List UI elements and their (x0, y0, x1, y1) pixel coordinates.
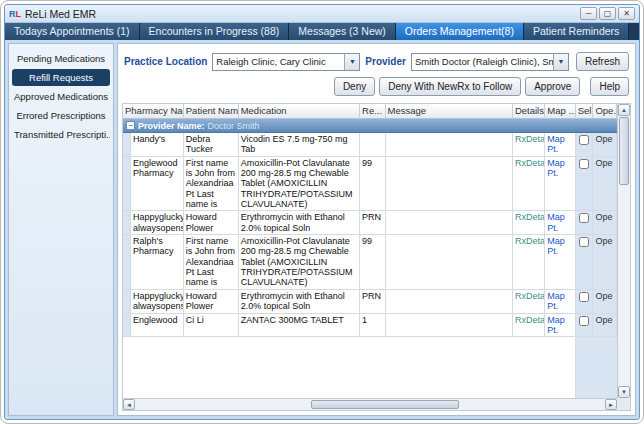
provider-label: Provider (365, 56, 406, 67)
tab-messages[interactable]: Messages (3 New) (289, 23, 396, 40)
main-tab-bar: Todays Appointments (1) Encounters in Pr… (5, 23, 639, 40)
cell-refills (360, 133, 386, 157)
rxdetails-link[interactable]: RxDetails (513, 157, 545, 212)
table-row[interactable]: Handy's Debra Tucker Vicodin ES 7.5 mg-7… (123, 133, 617, 157)
scroll-left-icon[interactable]: ◄ (123, 399, 135, 410)
horizontal-scrollbar[interactable]: ◄ ► (123, 398, 617, 410)
cell-message (386, 290, 513, 314)
select-checkbox[interactable] (579, 213, 589, 223)
provider-group-row[interactable]: − Provider Name: Doctor Smith (123, 119, 617, 133)
open-link[interactable]: Ope (593, 133, 617, 157)
cell-medication: ZANTAC 300MG TABLET (239, 314, 360, 338)
map-pt-link[interactable]: Map Pt. (545, 211, 575, 235)
tab-orders-management[interactable]: Orders Management(8) (396, 23, 524, 40)
chevron-down-icon[interactable]: ▼ (553, 54, 568, 70)
maximize-button[interactable]: ▢ (599, 7, 616, 20)
column-header-open[interactable]: Ope... (593, 104, 617, 119)
open-link[interactable]: Ope (593, 314, 617, 338)
filter-row: Practice Location Raleigh Clinic, Cary C… (124, 52, 629, 71)
cell-select (576, 211, 594, 235)
rxdetails-link[interactable]: RxDetails (513, 133, 545, 157)
practice-location-label: Practice Location (124, 56, 207, 67)
select-checkbox[interactable] (579, 159, 589, 169)
rxdetails-link[interactable]: RxDetails (513, 290, 545, 314)
cell-message (386, 314, 513, 338)
cell-refills: PRN (360, 290, 386, 314)
column-header-pharmacy-name[interactable]: Pharmacy Name (123, 104, 184, 119)
select-checkbox[interactable] (579, 316, 589, 326)
map-pt-link[interactable]: Map Pt. (545, 290, 575, 314)
open-link[interactable]: Ope (593, 157, 617, 212)
table-row[interactable]: Englewood Ci Li ZANTAC 300MG TABLET 1 Rx… (123, 314, 617, 338)
group-value: Doctor Smith (208, 121, 260, 131)
select-checkbox[interactable] (579, 135, 589, 145)
open-link[interactable]: Ope (593, 211, 617, 235)
column-header-details[interactable]: Details (513, 104, 545, 119)
map-pt-link[interactable]: Map Pt. (545, 314, 575, 338)
scroll-up-icon[interactable]: ▲ (618, 104, 630, 116)
select-checkbox[interactable] (579, 237, 589, 247)
action-button-group: Deny Deny With NewRx to Follow Approve (334, 77, 581, 96)
approve-button[interactable]: Approve (525, 77, 580, 96)
sidebar-item-pending-medications[interactable]: Pending Medications (12, 50, 110, 67)
tab-patient-reminders[interactable]: Patient Reminders (524, 23, 629, 40)
app-logo-icon: RL (9, 9, 21, 19)
open-link[interactable]: Ope (593, 235, 617, 290)
select-checkbox[interactable] (579, 292, 589, 302)
tab-encounters-in-progress[interactable]: Encounters in Progress (88) (140, 23, 290, 40)
sidebar-item-transmitted-prescriptions[interactable]: Transmitted Prescripti... (12, 126, 110, 143)
sidebar-item-errored-prescriptions[interactable]: Errored Prescriptions (12, 107, 110, 124)
map-pt-link[interactable]: Map Pt. (545, 133, 575, 157)
sidebar-item-refill-requests[interactable]: Refill Requests (12, 69, 110, 86)
cell-medication: Erythromycin with Ethanol 2.0% topical S… (239, 211, 360, 235)
scroll-right-icon[interactable]: ► (605, 399, 617, 410)
rxdetails-link[interactable]: RxDetails (513, 235, 545, 290)
deny-with-newrx-button[interactable]: Deny With NewRx to Follow (379, 77, 521, 96)
open-link[interactable]: Ope (593, 290, 617, 314)
action-row: Deny Deny With NewRx to Follow Approve H… (124, 77, 629, 96)
scroll-down-icon[interactable]: ▼ (618, 386, 630, 398)
map-pt-link[interactable]: Map Pt. (545, 235, 575, 290)
column-header-refills[interactable]: Re... (360, 104, 386, 119)
column-header-message[interactable]: Message (386, 104, 513, 119)
sidebar-item-approved-medications[interactable]: Approved Medications (12, 88, 110, 105)
column-header-sel[interactable]: Sel (576, 104, 594, 119)
tab-todays-appointments[interactable]: Todays Appointments (1) (5, 23, 140, 40)
rxdetails-link[interactable]: RxDetails (513, 211, 545, 235)
column-header-medication[interactable]: Medication (239, 104, 360, 119)
cell-patient: Debra Tucker (184, 133, 239, 157)
cell-message (386, 235, 513, 290)
cell-medication: Amoxicillin-Pot Clavulanate 200 mg-28.5 … (239, 235, 360, 290)
table-row[interactable]: Happyglucky alwaysopens Howard Plower Er… (123, 211, 617, 235)
rxdetails-link[interactable]: RxDetails (513, 314, 545, 338)
minimize-button[interactable]: ─ (580, 7, 597, 20)
cell-patient: Howard Plower (184, 211, 239, 235)
deny-button[interactable]: Deny (334, 77, 375, 96)
horizontal-scroll-thumb[interactable] (311, 400, 459, 409)
cell-pharmacy: Ralph's Pharmacy (131, 235, 184, 290)
practice-location-select[interactable]: Raleigh Clinic, Cary Clinic ▼ (212, 53, 360, 71)
practice-location-value: Raleigh Clinic, Cary Clinic (213, 56, 344, 67)
row-indent (123, 235, 131, 290)
grid-rows: Pharmacy Name Patient Name Medication Re… (123, 104, 617, 398)
row-indent (123, 290, 131, 314)
cell-select (576, 314, 594, 338)
chevron-down-icon[interactable]: ▼ (344, 54, 359, 70)
table-row[interactable]: Happyglucky alwaysopens Howard Plower Er… (123, 290, 617, 314)
refresh-button[interactable]: Refresh (576, 52, 629, 71)
vertical-scrollbar[interactable]: ▲ ▼ (617, 104, 630, 398)
cell-pharmacy: Englewood (131, 314, 184, 338)
cell-refills: 99 (360, 157, 386, 212)
help-button[interactable]: Help (590, 77, 629, 96)
collapse-icon[interactable]: − (126, 121, 135, 130)
map-pt-link[interactable]: Map Pt. (545, 157, 575, 212)
provider-select[interactable]: Smith Doctor (Raleigh Clinic), Smith Do.… (411, 53, 569, 71)
table-row[interactable]: Ralph's Pharmacy First name is John from… (123, 235, 617, 290)
column-header-map[interactable]: Map ... (545, 104, 575, 119)
row-indent (123, 211, 131, 235)
vertical-scroll-thumb[interactable] (619, 117, 629, 185)
column-header-patient-name[interactable]: Patient Name (184, 104, 239, 119)
table-row[interactable]: Englewood Pharmacy First name is John fr… (123, 157, 617, 212)
scrollbar-corner (617, 398, 630, 410)
close-button[interactable]: ✕ (618, 7, 635, 20)
